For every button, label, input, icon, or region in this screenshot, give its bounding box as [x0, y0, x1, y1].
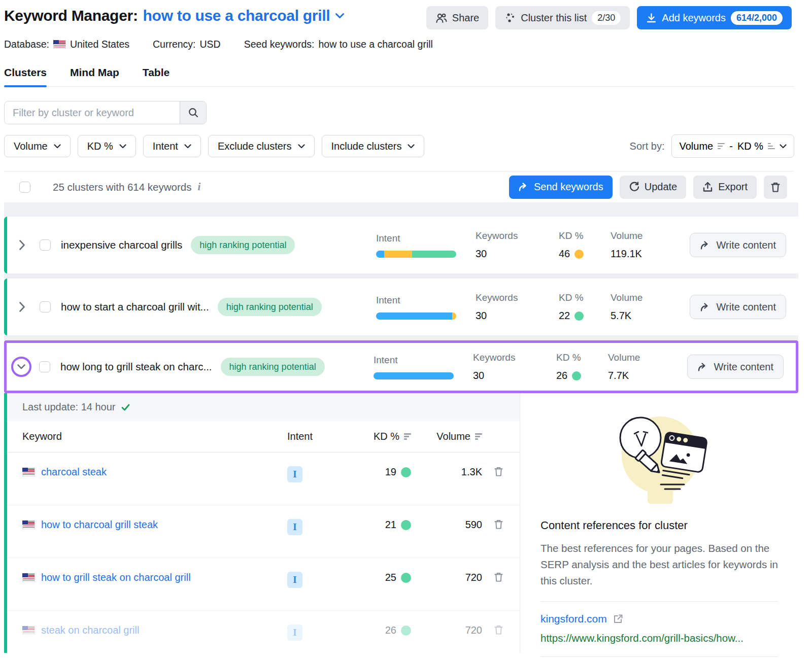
trash-icon[interactable] — [494, 466, 503, 477]
kd-dot — [401, 520, 411, 530]
kd-label: KD % — [559, 292, 611, 303]
keyword-row: how to grill steak on charcoal grill I 2… — [7, 558, 520, 611]
filter-intent-label: Intent — [153, 141, 178, 152]
us-flag-icon — [22, 520, 35, 529]
filter-exclude-label: Exclude clusters — [218, 141, 292, 152]
search-button[interactable] — [180, 101, 206, 124]
external-link-icon[interactable] — [613, 614, 623, 624]
cluster-list: inexpensive charcoal grills high ranking… — [4, 202, 812, 653]
kd-dot — [401, 573, 411, 583]
reference-domain-link[interactable]: kingsford.com — [540, 613, 607, 625]
page-header: Keyword Manager: how to use a charcoal g… — [0, 0, 812, 202]
content-references-panel: Content references for cluster The best … — [520, 393, 798, 653]
search-row — [4, 101, 792, 124]
sort-desc-icon — [718, 143, 725, 150]
list-title-dropdown[interactable]: how to use a charcoal grill — [143, 7, 345, 24]
cluster-checkbox[interactable] — [40, 239, 51, 251]
cluster-row: how to start a charcoal grill wit... hig… — [4, 279, 798, 335]
highlighted-cluster: how long to grill steak on charc... high… — [4, 340, 798, 393]
currency-label: Currency: — [153, 39, 196, 50]
write-content-button[interactable]: Write content — [690, 233, 786, 257]
cluster-filter-search — [4, 101, 207, 124]
kd-value: 21 — [385, 519, 396, 531]
list-title: how to use a charcoal grill — [143, 7, 330, 24]
intent-bar — [376, 251, 456, 258]
keyword-link[interactable]: how to grill steak on charcoal grill — [41, 572, 191, 583]
keyword-link[interactable]: steak on charcoal grill — [41, 624, 139, 636]
search-input[interactable] — [5, 101, 180, 124]
export-label: Export — [718, 181, 748, 193]
ranking-potential-badge: high ranking potential — [191, 236, 295, 254]
toolbar-actions: Send keywords Update Export — [509, 176, 787, 199]
filter-exclude-clusters[interactable]: Exclude clusters — [208, 135, 315, 157]
column-keyword: Keyword — [22, 431, 287, 442]
sort-by-dropdown[interactable]: Volume - KD % — [671, 134, 794, 158]
share-people-icon — [435, 13, 447, 23]
reference-item: kingsford.com — [540, 613, 778, 625]
chevron-down-icon — [408, 144, 415, 149]
write-content-button[interactable]: Write content — [687, 355, 784, 379]
keywords-label: Keywords — [476, 292, 559, 303]
intent-badge: I — [287, 466, 302, 482]
tab-clusters[interactable]: Clusters — [4, 66, 47, 86]
column-kd-sort[interactable]: KD % — [336, 431, 411, 442]
cluster-name[interactable]: how long to grill steak on charc... — [60, 361, 212, 373]
volume-value: 7.7K — [608, 370, 668, 381]
info-icon[interactable]: i — [197, 181, 200, 193]
keywords-label: Keywords — [476, 230, 559, 241]
trash-icon[interactable] — [494, 519, 503, 530]
delete-list-button[interactable] — [764, 176, 787, 199]
divider — [540, 601, 778, 602]
intent-label: Intent — [376, 233, 476, 244]
trash-icon[interactable] — [494, 624, 503, 635]
sort-primary: Volume — [679, 141, 713, 152]
divider — [4, 202, 798, 217]
cluster-name[interactable]: inexpensive charcoal grills — [61, 239, 182, 251]
cluster-checkbox[interactable] — [40, 301, 51, 312]
volume-value: 590 — [465, 519, 482, 531]
write-content-button[interactable]: Write content — [690, 295, 786, 319]
update-button[interactable]: Update — [620, 176, 687, 199]
add-keywords-button[interactable]: Add keywords 614/2,000 — [637, 6, 792, 29]
chevron-down-icon — [184, 144, 191, 149]
view-tabs: Clusters Mind Map Table — [4, 66, 794, 87]
column-volume-sort[interactable]: Volume — [411, 431, 482, 442]
reference-url-link[interactable]: https://www.kingsford.com/grill-basics/h… — [540, 632, 778, 644]
share-button[interactable]: Share — [426, 6, 488, 29]
keyword-link[interactable]: charcoal steak — [41, 466, 107, 478]
volume-label: Volume — [611, 292, 670, 303]
filter-kd[interactable]: KD % — [78, 135, 136, 157]
chevron-down-icon — [335, 13, 345, 19]
kd-value: 22 — [559, 310, 570, 322]
export-button[interactable]: Export — [693, 176, 757, 199]
keyword-link[interactable]: how to charcoal grill steak — [41, 519, 158, 531]
kd-dot — [401, 467, 411, 477]
chevron-down-icon — [54, 144, 61, 149]
trash-icon[interactable] — [494, 572, 503, 582]
filter-include-clusters[interactable]: Include clusters — [322, 135, 425, 157]
select-all-checkbox[interactable] — [19, 182, 30, 193]
expand-cluster-button[interactable] — [7, 301, 37, 312]
expand-cluster-button[interactable] — [7, 239, 37, 251]
keywords-table-header: Keyword Intent KD % Volume — [7, 421, 520, 453]
filter-intent[interactable]: Intent — [143, 135, 201, 157]
volume-value: 720 — [465, 624, 482, 636]
filter-volume[interactable]: Volume — [4, 135, 71, 157]
volume-value: 5.7K — [611, 310, 670, 322]
list-meta: Database: United States Currency: USD Se… — [4, 39, 792, 50]
cluster-name[interactable]: how to start a charcoal grill wit... — [61, 301, 209, 313]
send-keywords-button[interactable]: Send keywords — [509, 176, 613, 199]
chevron-down-icon — [119, 144, 126, 149]
cluster-this-list-button[interactable]: Cluster this list 2/30 — [495, 6, 630, 29]
sort-secondary: KD % — [737, 141, 763, 152]
filter-volume-label: Volume — [14, 141, 48, 152]
divider — [4, 273, 798, 279]
search-icon — [188, 107, 199, 118]
collapse-cluster-button[interactable] — [7, 357, 36, 377]
cluster-checkbox[interactable] — [39, 361, 50, 372]
tab-mind-map[interactable]: Mind Map — [70, 66, 119, 86]
us-flag-icon — [22, 573, 35, 582]
write-content-label: Write content — [714, 361, 773, 373]
export-icon — [702, 182, 713, 192]
tab-table[interactable]: Table — [143, 66, 170, 86]
